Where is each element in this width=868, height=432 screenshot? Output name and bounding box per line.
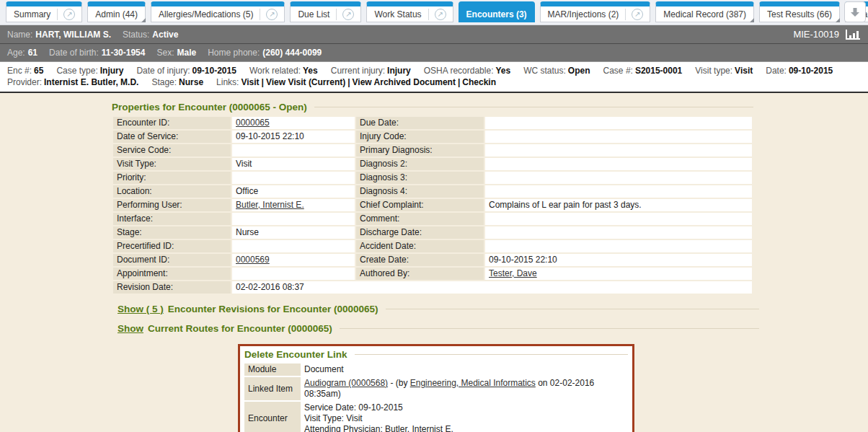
- table-row: Priority: Diagnosis 3:: [113, 172, 752, 184]
- external-link-icon-wrap: ↗: [336, 9, 354, 20]
- table-row: Module Document: [244, 363, 628, 376]
- section-routes: Show Current Routes for Encounter (00000…: [118, 323, 759, 334]
- property-value: [485, 240, 752, 252]
- property-value-link[interactable]: 0000065: [236, 118, 270, 128]
- field-value: Male: [177, 48, 197, 58]
- property-value: 02-02-2016 08:37: [232, 281, 752, 294]
- link-separator: |: [345, 77, 352, 87]
- external-link-icon-wrap: ↗: [57, 9, 75, 20]
- table-row: Appointment: Authored By:Tester, Dave: [113, 268, 752, 280]
- table-row: Encounter Service Date: 09-10-2015Visit …: [244, 402, 628, 432]
- property-label: Document ID:: [113, 254, 231, 266]
- encounter-summary-line: Visit Type: Visit: [304, 413, 624, 424]
- tab-admin-44[interactable]: Admin (44): [87, 1, 146, 22]
- tab-encounters-3[interactable]: Encounters (3): [459, 1, 535, 22]
- property-value: 0000065: [232, 117, 355, 129]
- chart-icon[interactable]: [845, 29, 861, 40]
- external-link-icon[interactable]: ↗: [435, 9, 446, 20]
- property-value: 09-10-2015 22:10: [232, 131, 355, 143]
- show-routes-link[interactable]: Show: [118, 323, 143, 334]
- tab-overflow-button[interactable]: [844, 1, 866, 22]
- encounter-link-view-visit-current[interactable]: View Visit (Current): [266, 77, 345, 87]
- field-label: Enc #:: [7, 66, 32, 76]
- tab-mar-injections-2[interactable]: MAR/Injections (2)↗: [540, 1, 651, 22]
- property-value: Butler, Internist E.: [232, 199, 355, 211]
- property-value: [232, 172, 355, 184]
- module-value: Document: [301, 363, 628, 376]
- linked-item-author-link[interactable]: Engineering, Medical Informatics: [410, 378, 536, 388]
- table-row: Service Code: Primary Diagnosis:: [113, 144, 752, 157]
- field-value: Open: [568, 66, 590, 76]
- table-row: Visit Type:VisitDiagnosis 2:: [113, 158, 752, 170]
- external-link-icon[interactable]: ↗: [342, 9, 354, 20]
- field-value: Nurse: [179, 77, 203, 87]
- property-label: Diagnosis 3:: [356, 172, 484, 184]
- field-value: 65: [34, 66, 43, 76]
- tab-work-status[interactable]: Work Status↗: [366, 1, 453, 22]
- property-value: [232, 240, 355, 252]
- property-value: [485, 226, 752, 239]
- section-revisions: Show ( 5 ) Encounter Revisions for Encou…: [118, 304, 759, 314]
- header-field: Status:Active: [123, 30, 178, 40]
- property-value: [485, 158, 752, 170]
- tab-label: Due List: [297, 9, 330, 19]
- property-value: [485, 117, 752, 129]
- properties-heading: Properties for Encounter (0000065 - Open…: [112, 102, 753, 113]
- property-value: Tester, Dave: [485, 268, 752, 280]
- property-label: Priority:: [113, 172, 231, 184]
- tab-test-results-66[interactable]: Test Results (66): [759, 1, 840, 22]
- property-label: Location:: [113, 185, 231, 198]
- external-link-icon[interactable]: ↗: [63, 9, 75, 20]
- linked-item-mid-text: - (by: [388, 378, 410, 388]
- encounter-field: Current injury:Injury: [331, 65, 411, 76]
- field-label: Links:: [216, 77, 239, 87]
- property-label: Diagnosis 2:: [356, 158, 484, 170]
- patient-fields: Name:HART, WILLIAM S.Status:Active: [7, 30, 793, 40]
- property-value: [232, 144, 355, 157]
- field-value: HART, WILLIAM S.: [35, 30, 111, 40]
- field-label: Home phone:: [208, 48, 260, 58]
- field-label: Age:: [7, 48, 25, 58]
- encounter-summary-value: Service Date: 09-10-2015Visit Type: Visi…: [301, 402, 628, 432]
- table-row: Encounter ID:0000065Due Date:: [113, 117, 752, 129]
- tab-summary[interactable]: Summary↗: [6, 1, 82, 22]
- property-value: Office: [232, 185, 355, 198]
- patient-id: MIE-10019: [793, 29, 839, 40]
- link-separator: |: [260, 77, 266, 87]
- patient-id-area: MIE-10019: [793, 29, 861, 40]
- field-label: Date:: [766, 66, 787, 76]
- external-link-icon[interactable]: ↗: [266, 9, 278, 20]
- tab-due-list[interactable]: Due List↗: [290, 1, 361, 22]
- property-label: Service Code:: [113, 144, 231, 157]
- down-arrow-icon: [849, 6, 861, 18]
- encounter-info-row2: Provider:Internist E. Butler, M.D.Stage:…: [7, 76, 861, 88]
- property-value-link[interactable]: 0000569: [236, 255, 270, 265]
- main-content: Properties for Encounter (0000065 - Open…: [0, 93, 868, 432]
- field-label: Date of injury:: [136, 66, 190, 76]
- property-label: Performing User:: [113, 199, 231, 211]
- property-value-link[interactable]: Butler, Internist E.: [236, 200, 304, 210]
- field-label: Case type:: [56, 66, 97, 76]
- property-label: Discharge Date:: [356, 226, 484, 239]
- tab-bar: Summary↗Admin (44)Allergies/Medications …: [0, 0, 868, 25]
- tab-label: Work Status: [373, 9, 422, 19]
- property-value-link[interactable]: Tester, Dave: [489, 268, 537, 278]
- show-revisions-link[interactable]: Show ( 5 ): [118, 304, 164, 314]
- encounter-link-checkin[interactable]: Checkin: [462, 77, 496, 87]
- property-label: Date of Service:: [113, 131, 231, 143]
- table-row: Location:OfficeDiagnosis 4:: [113, 185, 752, 198]
- external-link-icon[interactable]: ↗: [632, 9, 643, 20]
- tab-allergies-medications-5[interactable]: Allergies/Medications (5)↗: [151, 1, 285, 22]
- property-label: Interface:: [113, 213, 231, 225]
- field-label: Case #:: [603, 66, 633, 76]
- delete-box-heading: Delete Encounter Link: [244, 349, 628, 360]
- encounter-field: Case #:S2015-0001: [603, 65, 683, 76]
- encounter-link-view-archived-document[interactable]: View Archived Document: [353, 77, 456, 87]
- external-link-icon-wrap: ↗: [260, 9, 278, 20]
- linked-item-document-link[interactable]: Audiogram (0000568): [304, 378, 388, 388]
- encounter-link-visit[interactable]: Visit: [241, 77, 259, 87]
- property-value: [485, 144, 752, 157]
- tab-medical-record-387[interactable]: Medical Record (387): [655, 1, 754, 22]
- patient-header-bar: Name:HART, WILLIAM S.Status:Active MIE-1…: [0, 25, 868, 43]
- dropdown-corner-icon: [836, 18, 840, 22]
